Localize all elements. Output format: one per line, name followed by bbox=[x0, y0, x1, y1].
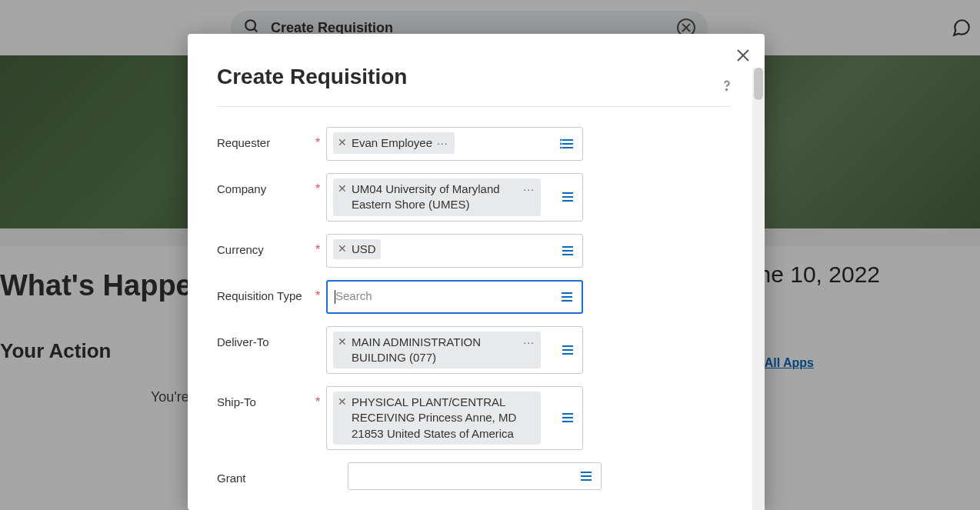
modal-title: Create Requisition bbox=[217, 65, 731, 89]
currency-value: USD bbox=[352, 242, 376, 257]
required-star: * bbox=[315, 173, 326, 196]
requisition-type-field: Requisition Type * Search bbox=[217, 280, 731, 314]
deliver-to-input[interactable]: ✕ MAIN ADMINISTRATION BUILDING (077) ··· bbox=[326, 326, 583, 375]
grant-input[interactable] bbox=[348, 462, 602, 490]
prompt-list-icon[interactable] bbox=[558, 187, 578, 207]
requisition-type-label: Requisition Type bbox=[217, 280, 315, 302]
required-star: * bbox=[315, 127, 326, 150]
requester-chip: ✕ Evan Employee ··· bbox=[333, 132, 455, 154]
requester-value: Evan Employee bbox=[352, 135, 432, 151]
deliver-to-label: Deliver-To bbox=[217, 326, 315, 348]
prompt-list-icon[interactable] bbox=[576, 466, 596, 486]
company-chip: ✕ UM04 University of Maryland Eastern Sh… bbox=[333, 178, 541, 216]
currency-label: Currency bbox=[217, 234, 315, 256]
required-star: * bbox=[315, 280, 326, 303]
chip-more-icon[interactable]: ··· bbox=[523, 182, 535, 195]
company-value: UM04 University of Maryland Eastern Shor… bbox=[352, 182, 518, 213]
requester-label: Requester bbox=[217, 127, 315, 149]
company-label: Company bbox=[217, 173, 315, 195]
required-star: * bbox=[315, 386, 326, 409]
requester-field: Requester * ✕ Evan Employee ··· bbox=[217, 127, 731, 161]
currency-field: Currency * ✕ USD bbox=[217, 234, 731, 268]
ship-to-label: Ship-To bbox=[217, 386, 315, 408]
ship-to-field: Ship-To * ✕ PHYSICAL PLANT/CENTRAL RECEI… bbox=[217, 386, 731, 450]
deliver-to-field: Deliver-To * ✕ MAIN ADMINISTRATION BUILD… bbox=[217, 326, 731, 375]
deliver-to-chip: ✕ MAIN ADMINISTRATION BUILDING (077) ··· bbox=[333, 332, 541, 369]
prompt-list-icon[interactable] bbox=[558, 241, 578, 261]
svg-point-6 bbox=[726, 89, 727, 90]
deliver-to-value: MAIN ADMINISTRATION BUILDING (077) bbox=[352, 335, 518, 366]
prompt-list-icon[interactable] bbox=[558, 134, 578, 154]
grant-field: Grant * bbox=[217, 462, 731, 490]
ship-to-value: PHYSICAL PLANT/CENTRAL RECEIVING Princes… bbox=[352, 395, 535, 442]
requester-input[interactable]: ✕ Evan Employee ··· bbox=[326, 127, 583, 161]
svg-point-11 bbox=[561, 144, 562, 145]
currency-input[interactable]: ✕ USD bbox=[326, 234, 583, 268]
requisition-type-placeholder: Search bbox=[334, 286, 374, 307]
help-icon[interactable] bbox=[718, 77, 735, 98]
prompt-list-icon[interactable] bbox=[558, 340, 578, 360]
required-star: * bbox=[315, 234, 326, 257]
requisition-type-input[interactable]: Search bbox=[326, 280, 583, 314]
remove-chip-icon[interactable]: ✕ bbox=[338, 395, 347, 407]
grant-label: Grant bbox=[217, 462, 315, 485]
chip-more-icon[interactable]: ··· bbox=[437, 135, 448, 149]
create-requisition-modal: Create Requisition Requester * ✕ Evan Em… bbox=[188, 34, 765, 510]
svg-point-10 bbox=[561, 140, 562, 141]
chip-more-icon[interactable]: ··· bbox=[523, 335, 535, 348]
ship-to-chip: ✕ PHYSICAL PLANT/CENTRAL RECEIVING Princ… bbox=[333, 392, 541, 445]
prompt-list-icon[interactable] bbox=[558, 408, 578, 428]
divider bbox=[217, 106, 731, 107]
prompt-list-icon[interactable] bbox=[557, 287, 577, 307]
remove-chip-icon[interactable]: ✕ bbox=[338, 182, 347, 194]
ship-to-input[interactable]: ✕ PHYSICAL PLANT/CENTRAL RECEIVING Princ… bbox=[326, 386, 583, 450]
remove-chip-icon[interactable]: ✕ bbox=[338, 335, 347, 347]
close-icon[interactable] bbox=[732, 45, 754, 66]
modal-scrollbar[interactable] bbox=[752, 68, 765, 510]
currency-chip: ✕ USD bbox=[333, 239, 381, 259]
svg-point-12 bbox=[561, 148, 562, 148]
company-input[interactable]: ✕ UM04 University of Maryland Eastern Sh… bbox=[326, 173, 583, 222]
placeholder-text: Search bbox=[335, 289, 372, 302]
remove-chip-icon[interactable]: ✕ bbox=[338, 135, 347, 148]
company-field: Company * ✕ UM04 University of Maryland … bbox=[217, 173, 731, 222]
remove-chip-icon[interactable]: ✕ bbox=[338, 242, 347, 254]
